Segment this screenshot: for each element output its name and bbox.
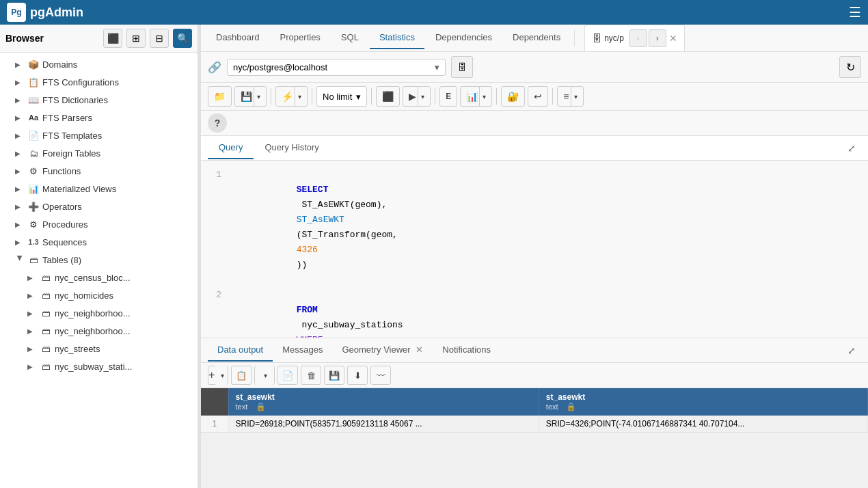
add-connection-btn[interactable]: 🗄 (451, 56, 473, 78)
nav-forward-btn[interactable]: › (649, 29, 666, 47)
tab-dependents[interactable]: Dependents (503, 27, 570, 49)
tab-data-output[interactable]: Data output (208, 339, 273, 362)
tab-messages[interactable]: Messages (273, 339, 332, 362)
help-btn[interactable]: ? (208, 113, 227, 133)
sidebar-item-nyc-streets[interactable]: ▶ 🗃 nyc_streets (0, 340, 198, 357)
tab-statistics[interactable]: Statistics (370, 27, 424, 49)
filter-dropdown-icon[interactable]: ▾ (295, 87, 301, 106)
filter-btn[interactable]: ⚡ ▾ (275, 86, 308, 107)
expand-editor-btn[interactable]: ⤢ (842, 139, 861, 158)
tab-dependencies[interactable]: Dependencies (426, 27, 502, 49)
chart-btn[interactable]: 〰 (370, 366, 391, 385)
sidebar-item-label: Functions (42, 166, 192, 176)
arrow-icon: ▶ (16, 255, 24, 265)
fts-parser-icon: Aa (27, 111, 40, 124)
macros-btn[interactable]: ≡ ▾ (557, 86, 583, 107)
commit-btn[interactable]: 🔐 (501, 86, 525, 107)
macros-dropdown-icon[interactable]: ▾ (571, 87, 578, 106)
paste-btn[interactable]: 📄 (277, 366, 298, 385)
arrow-icon: ▶ (15, 167, 25, 175)
copy-dropdown-icon[interactable]: ▾ (255, 366, 274, 385)
lock-icon: 🔒 (256, 402, 266, 411)
arrow-icon: ▶ (15, 203, 25, 211)
tab-sql[interactable]: SQL (331, 27, 368, 49)
chart-icon: 〰 (377, 370, 385, 381)
browser-label: Browser (5, 33, 99, 44)
sidebar-item-nyc-subway[interactable]: ▶ 🗃 nyc_subway_stati... (0, 357, 198, 375)
tab-separator (574, 30, 575, 46)
limit-selector[interactable]: No limit ▾ (316, 86, 367, 107)
explain-btn[interactable]: E (439, 86, 457, 107)
col-name: st_asewkt (236, 392, 275, 402)
tab-query-history[interactable]: Query History (254, 137, 329, 159)
sidebar-item-fts-parsers[interactable]: ▶ Aa FTS Parsers (0, 109, 198, 126)
add-dropdown-icon[interactable]: ▾ (215, 366, 228, 385)
results-table: st_asewkt text 🔒 st_asewkt text 🔒 (201, 388, 868, 433)
explain-analyze-icon: 📊 (466, 91, 478, 102)
search-toolbar-btn[interactable]: 🔍 (173, 29, 192, 48)
col-st-asewkt-1-header: st_asewkt text 🔒 (228, 388, 539, 416)
save-results-btn[interactable]: 💾 (324, 366, 344, 385)
sidebar-item-nyc-neighborhoods1[interactable]: ▶ 🗃 nyc_neighborhoo... (0, 304, 198, 322)
play-icon: ▶ (409, 91, 416, 102)
expand-results-btn[interactable]: ⤢ (842, 341, 861, 360)
filter-icon: ⚡ (282, 91, 293, 102)
run-btn[interactable]: ▶ ▾ (403, 86, 431, 107)
topbar: Pg pgAdmin ☰ (0, 0, 868, 25)
limit-chevron-icon: ▾ (356, 92, 361, 102)
rollback-btn[interactable]: ↩ (528, 86, 548, 107)
explain-analyze-btn[interactable]: 📊 ▾ (460, 86, 492, 107)
sidebar-item-nyc-census[interactable]: ▶ 🗃 nyc_census_bloc... (0, 269, 198, 286)
sidebar-item-foreign-tables[interactable]: ▶ 🗂 Foreign Tables (0, 144, 198, 162)
tab-query[interactable]: Query (208, 137, 254, 159)
run-dropdown-icon[interactable]: ▾ (418, 87, 424, 106)
code-editor[interactable]: 1 SELECT ST_AsEWKT(geom), ST_AsEWKT (ST_… (201, 161, 868, 338)
query-tool-tab[interactable]: 🗄 nyc/p ‹ › ✕ (584, 25, 685, 51)
arrow-icon: ▶ (27, 363, 37, 370)
sidebar-item-label: FTS Templates (42, 131, 192, 141)
copy-btn[interactable]: 📋 (231, 366, 252, 385)
sidebar-item-fts-templates[interactable]: ▶ 📄 FTS Templates (0, 126, 198, 144)
add-row-btn[interactable]: + ▾ (208, 366, 228, 385)
sidebar-item-nyc-neighborhoods2[interactable]: ▶ 🗃 nyc_neighborhoo... (0, 322, 198, 340)
nav-back-btn[interactable]: ‹ (629, 29, 647, 47)
tab-properties[interactable]: Properties (271, 27, 330, 49)
save-btn[interactable]: 💾 ▾ (234, 86, 267, 107)
close-geometry-tab-btn[interactable]: ✕ (416, 344, 423, 355)
download-btn[interactable]: ⬇ (347, 366, 368, 385)
stop-btn[interactable]: ⬛ (376, 86, 400, 107)
sidebar-item-sequences[interactable]: ▶ 1.3 Sequences (0, 233, 198, 251)
connection-selector[interactable]: nyc/postgres@localhost ▾ (227, 59, 446, 76)
delete-btn[interactable]: 🗑 (301, 366, 321, 385)
tab-geometry-viewer[interactable]: Geometry Viewer ✕ (332, 339, 433, 362)
menu-icon[interactable]: ☰ (849, 4, 861, 21)
copy-dropdown-btn[interactable]: ▾ (254, 366, 275, 385)
explain-dropdown-icon[interactable]: ▾ (479, 87, 486, 106)
sidebar-item-label: FTS Dictionaries (42, 95, 192, 105)
sidebar-item-fts-dictionaries[interactable]: ▶ 📖 FTS Dictionaries (0, 91, 198, 109)
app-title: pgAdmin (30, 5, 83, 20)
sidebar-item-domains[interactable]: ▶ 📦 Domains (0, 55, 198, 73)
tab-notifications[interactable]: Notifications (433, 339, 500, 362)
arrow-icon: ▶ (27, 292, 37, 299)
sidebar-item-fts-configurations[interactable]: ▶ 📋 FTS Configurations (0, 73, 198, 91)
sidebar-item-tables[interactable]: ▶ 🗃 Tables (8) (0, 251, 198, 269)
grid-toolbar-btn[interactable]: ⊞ (126, 29, 146, 48)
object-toolbar-btn[interactable]: ⬛ (103, 29, 122, 48)
chevron-down-icon: ▾ (435, 62, 439, 72)
arrow-icon: ▶ (15, 96, 25, 104)
row-number: 1 (201, 416, 228, 433)
sidebar-item-materialized-views[interactable]: ▶ 📊 Materialized Views (0, 180, 198, 198)
query-toolbar: 📁 💾 ▾ ⚡ ▾ No limit ▾ ⬛ (201, 83, 868, 111)
sidebar-item-functions[interactable]: ▶ ⚙ Functions (0, 162, 198, 180)
column-toolbar-btn[interactable]: ⊟ (150, 29, 169, 48)
sidebar-item-nyc-homicides[interactable]: ▶ 🗃 nyc_homicides (0, 286, 198, 304)
save-dropdown-icon[interactable]: ▾ (254, 87, 260, 106)
close-query-tab-btn[interactable]: ✕ (669, 33, 677, 44)
sidebar-item-operators[interactable]: ▶ ➕ Operators (0, 198, 198, 215)
procedures-icon: ⚙ (27, 218, 40, 230)
tab-dashboard[interactable]: Dashboard (206, 27, 269, 49)
refresh-btn[interactable]: ↻ (839, 56, 861, 78)
sidebar-item-procedures[interactable]: ▶ ⚙ Procedures (0, 215, 198, 233)
open-file-btn[interactable]: 📁 (208, 86, 232, 107)
